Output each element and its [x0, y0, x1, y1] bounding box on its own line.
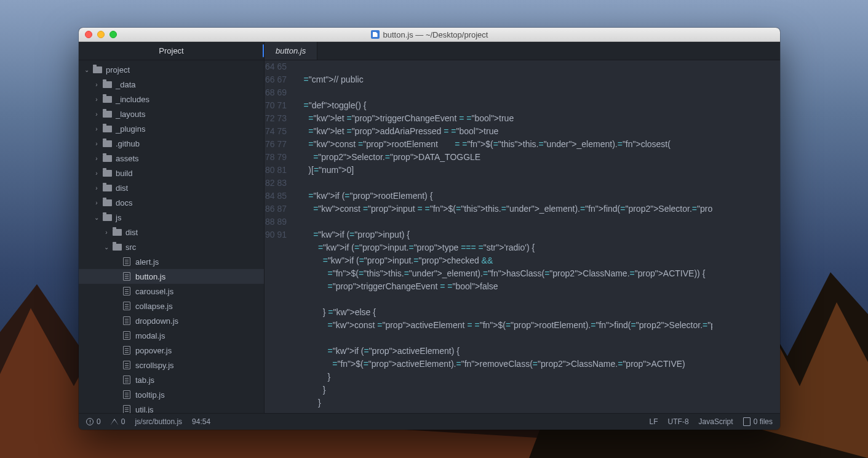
- folder-icon: [102, 124, 112, 134]
- status-bar: 0 0 js/src/button.js 94:54 LF UTF-8 Java…: [79, 413, 780, 430]
- status-errors[interactable]: 0: [86, 417, 101, 426]
- tree-folder-dist[interactable]: ›dist: [79, 225, 264, 239]
- window-close-button[interactable]: [85, 31, 92, 38]
- tree-folder-assets[interactable]: ›assets: [79, 151, 264, 166]
- tree-file-carousel.js[interactable]: carousel.js: [79, 284, 264, 299]
- file-icon: [122, 316, 132, 326]
- status-warnings[interactable]: 0: [111, 417, 125, 426]
- chevron-right-icon[interactable]: ›: [94, 111, 100, 118]
- tree-folder-_data[interactable]: ›_data: [79, 77, 264, 92]
- tree-folder-_plugins[interactable]: ›_plugins: [79, 121, 264, 136]
- file-icon: [122, 286, 132, 296]
- tree-item-label: src: [125, 243, 136, 252]
- tree-item-label: .github: [116, 139, 140, 148]
- file-tree[interactable]: ⌄project›_data›_includes›_layouts›_plugi…: [79, 60, 264, 413]
- tree-file-tab.js[interactable]: tab.js: [79, 372, 264, 387]
- tree-file-tooltip.js[interactable]: tooltip.js: [79, 387, 264, 402]
- editor-window: button.js — ~/Desktop/project Project ⌄p…: [79, 28, 780, 430]
- chevron-right-icon[interactable]: ›: [94, 96, 100, 103]
- tree-file-util.js[interactable]: util.js: [79, 402, 264, 413]
- status-files[interactable]: 0 files: [743, 417, 773, 426]
- editor-tabs: button.js: [265, 42, 780, 60]
- tree-file-button.js[interactable]: button.js: [79, 269, 264, 284]
- tree-item-label: tooltip.js: [135, 390, 165, 400]
- status-filepath[interactable]: js/src/button.js: [135, 417, 182, 426]
- window-zoom-button[interactable]: [109, 31, 117, 38]
- tree-file-dropdown.js[interactable]: dropdown.js: [79, 313, 264, 328]
- tree-folder-docs[interactable]: ›docs: [79, 195, 264, 210]
- tree-file-collapse.js[interactable]: collapse.js: [79, 299, 264, 313]
- file-icon: [122, 257, 132, 267]
- editor-tab-button-js[interactable]: button.js: [265, 42, 317, 60]
- tree-item-label: collapse.js: [135, 302, 173, 311]
- chevron-right-icon[interactable]: ›: [94, 81, 100, 88]
- tree-item-label: docs: [116, 198, 132, 207]
- folder-icon: [102, 79, 112, 89]
- tree-folder-build[interactable]: ›build: [79, 166, 264, 180]
- file-icon: [122, 301, 132, 311]
- minimap[interactable]: [712, 60, 780, 413]
- sidebar: Project ⌄project›_data›_includes›_layout…: [79, 42, 265, 413]
- tree-item-label: _layouts: [116, 110, 145, 119]
- window-titlebar[interactable]: button.js — ~/Desktop/project: [79, 28, 780, 42]
- status-encoding[interactable]: UTF-8: [668, 417, 689, 426]
- window-minimize-button[interactable]: [97, 31, 105, 38]
- tree-item-label: dropdown.js: [135, 316, 178, 326]
- folder-icon: [92, 65, 102, 74]
- warning-icon: [111, 419, 118, 425]
- folder-icon: [112, 227, 122, 237]
- file-icon: [122, 331, 132, 340]
- tree-folder-js[interactable]: ⌄js: [79, 210, 264, 225]
- tree-item-label: project: [106, 65, 130, 74]
- chevron-down-icon[interactable]: ⌄: [84, 66, 90, 73]
- tree-item-label: button.js: [135, 272, 165, 281]
- code-editor[interactable]: ="cmt">// public ="def">toggle() { ="kw"…: [294, 60, 712, 413]
- chevron-down-icon[interactable]: ⌄: [103, 244, 109, 251]
- tree-item-label: build: [116, 169, 132, 178]
- chevron-right-icon[interactable]: ›: [94, 170, 100, 177]
- status-warnings-count: 0: [121, 417, 125, 426]
- tree-folder-.github[interactable]: ›.github: [79, 136, 264, 151]
- status-cursor-position[interactable]: 94:54: [192, 417, 210, 426]
- tree-folder-dist[interactable]: ›dist: [79, 180, 264, 195]
- status-language[interactable]: JavaScript: [699, 417, 733, 426]
- tree-folder-src[interactable]: ⌄src: [79, 239, 264, 254]
- tree-file-popover.js[interactable]: popover.js: [79, 343, 264, 358]
- error-icon: [86, 418, 94, 425]
- folder-icon: [102, 94, 112, 104]
- editor-tab-label: button.js: [276, 46, 306, 55]
- file-icon: [122, 345, 132, 355]
- tree-folder-_layouts[interactable]: ›_layouts: [79, 106, 264, 121]
- sidebar-panel-tab-project[interactable]: Project: [79, 42, 264, 60]
- tree-item-label: _plugins: [116, 124, 145, 134]
- chevron-right-icon[interactable]: ›: [94, 185, 100, 191]
- tree-item-label: scrollspy.js: [135, 361, 174, 370]
- tree-item-label: carousel.js: [135, 287, 173, 296]
- file-icon: [122, 390, 132, 400]
- status-eol[interactable]: LF: [650, 417, 658, 426]
- chevron-right-icon[interactable]: ›: [94, 126, 100, 132]
- file-icon: [122, 404, 132, 413]
- tree-item-label: js: [116, 213, 121, 222]
- chevron-right-icon[interactable]: ›: [94, 140, 100, 147]
- folder-icon: [102, 168, 112, 178]
- tree-file-scrollspy.js[interactable]: scrollspy.js: [79, 358, 264, 372]
- chevron-right-icon[interactable]: ›: [103, 229, 109, 236]
- file-icon: [122, 375, 132, 385]
- title-file-icon: [371, 30, 380, 39]
- chevron-right-icon[interactable]: ›: [94, 199, 100, 206]
- chevron-right-icon[interactable]: ›: [94, 155, 100, 162]
- tree-item-label: modal.js: [135, 331, 165, 340]
- tree-item-label: _data: [116, 80, 136, 89]
- tree-item-label: alert.js: [135, 257, 159, 267]
- tree-file-modal.js[interactable]: modal.js: [79, 328, 264, 343]
- tree-item-label: dist: [125, 228, 138, 237]
- folder-icon: [102, 109, 112, 119]
- tree-item-label: dist: [116, 183, 128, 193]
- folder-icon: [102, 153, 112, 163]
- tree-folder-_includes[interactable]: ›_includes: [79, 92, 264, 106]
- chevron-down-icon[interactable]: ⌄: [94, 214, 100, 221]
- tree-folder-project[interactable]: ⌄project: [79, 62, 264, 77]
- file-icon: [122, 271, 132, 281]
- tree-file-alert.js[interactable]: alert.js: [79, 254, 264, 269]
